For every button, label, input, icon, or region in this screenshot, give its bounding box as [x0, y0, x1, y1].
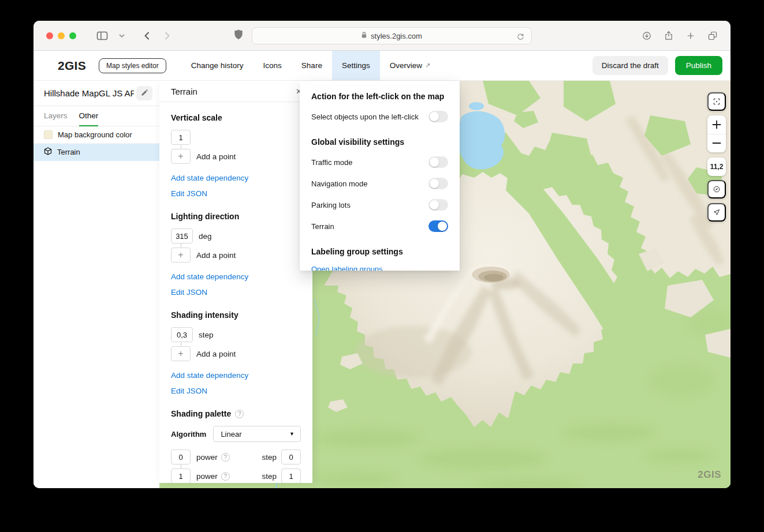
app-logo[interactable]: 2GIS — [58, 59, 86, 73]
new-tab-icon[interactable] — [682, 28, 699, 44]
locate-button[interactable] — [707, 203, 726, 222]
layers-sidebar: Hillshade MapGL JS API Layers Other Map … — [33, 81, 159, 488]
map-styles-editor-badge: Map styles editor — [99, 58, 166, 73]
add-point-button[interactable]: + — [171, 248, 191, 263]
add-state-dependency-link[interactable]: Add state dependency — [171, 174, 301, 182]
sidebar-chevron-down-icon[interactable] — [113, 28, 131, 44]
crater — [469, 264, 510, 283]
select-objects-toggle[interactable] — [428, 111, 448, 122]
nav-settings[interactable]: Settings — [332, 51, 380, 80]
minimize-window-button[interactable] — [58, 32, 65, 39]
nav-icons[interactable]: Icons — [254, 51, 292, 80]
edit-json-link[interactable]: Edit JSON — [171, 288, 301, 297]
help-icon[interactable]: ? — [221, 472, 230, 481]
palette-row: power ? step — [171, 449, 301, 464]
forward-button[interactable] — [158, 28, 176, 44]
tab-layers[interactable]: Layers — [44, 106, 68, 126]
pencil-icon — [140, 88, 149, 99]
add-state-dependency-link[interactable]: Add state dependency — [171, 272, 301, 281]
traffic-lights — [46, 32, 76, 39]
list-item-terrain[interactable]: Terrain — [33, 144, 159, 161]
close-window-button[interactable] — [46, 32, 53, 39]
url-text: styles.2gis.com — [371, 32, 422, 40]
zoom-window-button[interactable] — [69, 32, 76, 39]
compass-button[interactable] — [707, 180, 726, 198]
algorithm-select[interactable]: Linear ▼ — [213, 426, 301, 442]
section-vertical-scale: Vertical scale + Add a point Add state d… — [171, 113, 301, 198]
lock-icon — [361, 31, 367, 40]
help-icon[interactable]: ? — [235, 410, 244, 418]
lake — [458, 111, 505, 170]
edit-json-link[interactable]: Edit JSON — [171, 387, 301, 395]
help-icon[interactable]: ? — [221, 453, 230, 462]
shading-intensity-input[interactable] — [171, 327, 193, 342]
palette-step-input[interactable] — [281, 469, 301, 483]
palette-value-input[interactable] — [171, 449, 191, 464]
palette-value-input[interactable] — [171, 469, 191, 483]
fullscreen-button[interactable] — [707, 92, 726, 111]
nav-change-history[interactable]: Change history — [181, 51, 254, 80]
main-nav: Change history Icons Share Settings Over… — [181, 51, 440, 80]
navigation-arrow-icon — [712, 205, 721, 219]
add-point-button[interactable]: + — [171, 149, 191, 164]
terrain-panel: Terrain ✕ Vertical scale + Add a point A… — [159, 81, 312, 483]
edit-title-button[interactable] — [136, 86, 152, 100]
open-labeling-groups-link[interactable]: Open labeling groups — [311, 265, 383, 271]
address-bar[interactable]: styles.2gis.com — [252, 27, 532, 44]
app-header: 2GIS Map styles editor Change history Ic… — [33, 51, 731, 81]
edit-json-link[interactable]: Edit JSON — [171, 189, 301, 198]
palette-step-input[interactable] — [281, 449, 301, 464]
plus-icon — [711, 119, 722, 130]
nav-overview[interactable]: Overview ↗ — [380, 51, 440, 80]
panel-title: Terrain — [171, 87, 197, 96]
back-button[interactable] — [139, 28, 156, 44]
add-state-dependency-link[interactable]: Add state dependency — [171, 371, 301, 380]
fullscreen-icon — [712, 95, 721, 108]
lighting-direction-input[interactable] — [171, 228, 193, 243]
external-link-icon: ↗ — [425, 62, 430, 69]
palette-row: power ? step — [171, 469, 301, 483]
share-icon[interactable] — [660, 28, 677, 44]
vertical-scale-input[interactable] — [171, 130, 191, 145]
zoom-controls — [707, 115, 726, 152]
tab-other[interactable]: Other — [79, 106, 99, 126]
navigation-mode-toggle[interactable] — [428, 178, 448, 189]
browser-window: styles.2gis.com — [33, 21, 731, 488]
terrain-toggle[interactable] — [428, 220, 448, 232]
dropdown-arrow-icon: ▼ — [289, 431, 295, 437]
popup-section-title: Global visibility settings — [311, 137, 448, 147]
zoom-in-button[interactable] — [707, 115, 726, 134]
popup-section-title: Action for the left-click on the map — [311, 92, 448, 101]
section-lighting-direction: Lighting direction deg + Add a point Add… — [171, 212, 301, 297]
popup-section-title: Labeling group settings — [311, 247, 448, 256]
section-shading-palette: Shading palette ? Algorithm Linear ▼ pow… — [171, 409, 301, 483]
downloads-icon[interactable] — [638, 28, 655, 44]
compass-icon — [712, 182, 721, 196]
color-swatch — [44, 130, 53, 139]
zoom-out-button[interactable] — [707, 134, 726, 153]
settings-popup: Action for the left-click on the map Sel… — [300, 81, 460, 271]
minus-icon — [711, 138, 722, 148]
parking-lots-toggle[interactable] — [428, 199, 448, 211]
traffic-mode-toggle[interactable] — [428, 156, 448, 168]
discard-draft-button[interactable]: Discard the draft — [592, 56, 668, 75]
nav-share[interactable]: Share — [292, 51, 332, 80]
sidebar-toggle-icon[interactable] — [94, 28, 111, 44]
zoom-level-badge[interactable]: 11,2 — [707, 158, 726, 176]
style-title: Hillshade MapGL JS API — [44, 88, 134, 98]
browser-toolbar: styles.2gis.com — [33, 21, 731, 51]
publish-button[interactable]: Publish — [675, 56, 722, 75]
reload-icon[interactable] — [514, 30, 527, 43]
add-point-button[interactable]: + — [171, 346, 191, 361]
section-shading-intensity: Shading intensity step + Add a point Add… — [171, 310, 301, 395]
tab-overview-icon[interactable] — [704, 28, 721, 44]
map-watermark: 2GIS — [698, 469, 721, 481]
cube-icon — [44, 147, 52, 157]
privacy-shield-icon[interactable] — [233, 28, 244, 43]
list-item-map-background[interactable]: Map background color — [33, 126, 159, 144]
